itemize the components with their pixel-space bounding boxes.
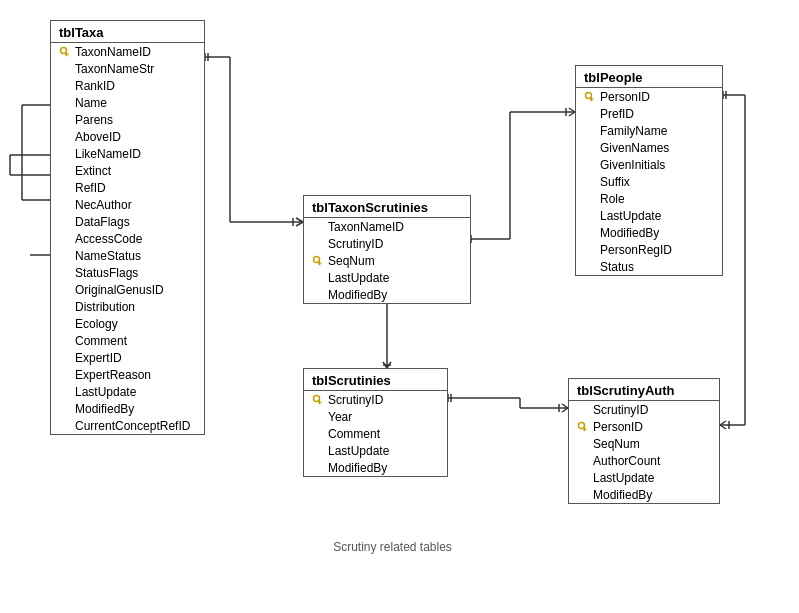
field-name: TaxonNameID [75, 45, 151, 59]
table-row: OriginalGenusID [51, 281, 204, 298]
field-name: TaxonNameID [328, 220, 404, 234]
field-name: Name [75, 96, 107, 110]
table-row: Year [304, 408, 447, 425]
field-name: PersonID [600, 90, 650, 104]
field-name: FamilyName [600, 124, 667, 138]
table-row: ModifiedBy [304, 286, 470, 303]
field-name: NameStatus [75, 249, 141, 263]
field-name: PrefID [600, 107, 634, 121]
table-row: Ecology [51, 315, 204, 332]
field-name: Year [328, 410, 352, 424]
table-row: ExpertReason [51, 366, 204, 383]
field-name: RankID [75, 79, 115, 93]
table-row: NameStatus [51, 247, 204, 264]
table-row: ScrutinyID [304, 391, 447, 408]
table-row: ExpertID [51, 349, 204, 366]
field-name: GivenInitials [600, 158, 665, 172]
table-row: TaxonNameID [51, 43, 204, 60]
table-row: StatusFlags [51, 264, 204, 281]
table-row: Role [576, 190, 722, 207]
field-name: ScrutinyID [328, 393, 383, 407]
table-row: TaxonNameStr [51, 60, 204, 77]
svg-rect-60 [319, 403, 321, 404]
table-row: Comment [304, 425, 447, 442]
table-row: ModifiedBy [51, 400, 204, 417]
table-row: Distribution [51, 298, 204, 315]
field-name: LastUpdate [593, 471, 654, 485]
table-row: RankID [51, 77, 204, 94]
field-name: ScrutinyID [328, 237, 383, 251]
field-name: PersonRegID [600, 243, 672, 257]
svg-rect-68 [584, 430, 586, 431]
field-name: PersonID [593, 420, 643, 434]
table-row: GivenNames [576, 139, 722, 156]
field-name: CurrentConceptRefID [75, 419, 190, 433]
svg-rect-52 [66, 55, 68, 56]
table-row: ScrutinyID [304, 235, 470, 252]
field-name: RefID [75, 181, 106, 195]
diagram-container: tblTaxa TaxonNameIDTaxonNameStrRankIDNam… [0, 0, 799, 613]
field-name: ModifiedBy [600, 226, 659, 240]
field-name: LastUpdate [328, 271, 389, 285]
field-name: DataFlags [75, 215, 130, 229]
table-row: ModifiedBy [304, 459, 447, 476]
field-name: ModifiedBy [593, 488, 652, 502]
table-row: LastUpdate [569, 469, 719, 486]
pk-icon [59, 46, 71, 58]
field-name: AboveID [75, 130, 121, 144]
table-row: Comment [51, 332, 204, 349]
table-row: AccessCode [51, 230, 204, 247]
pk-icon [312, 394, 324, 406]
field-name: ScrutinyID [593, 403, 648, 417]
field-name: OriginalGenusID [75, 283, 164, 297]
table-header-tblTaxonScrutinies: tblTaxonScrutinies [304, 196, 470, 218]
svg-rect-51 [66, 53, 69, 54]
field-name: Comment [328, 427, 380, 441]
table-row: LikeNameID [51, 145, 204, 162]
table-tblTaxa: tblTaxa TaxonNameIDTaxonNameStrRankIDNam… [50, 20, 205, 435]
field-name: Parens [75, 113, 113, 127]
field-name: Role [600, 192, 625, 206]
table-row: PersonID [576, 88, 722, 105]
table-row: TaxonNameID [304, 218, 470, 235]
field-name: LastUpdate [600, 209, 661, 223]
table-row: Suffix [576, 173, 722, 190]
table-row: SeqNum [304, 252, 470, 269]
field-name: LastUpdate [75, 385, 136, 399]
field-name: Extinct [75, 164, 111, 178]
table-row: CurrentConceptRefID [51, 417, 204, 434]
field-name: GivenNames [600, 141, 669, 155]
field-name: Distribution [75, 300, 135, 314]
svg-line-37 [720, 425, 726, 429]
table-row: ModifiedBy [569, 486, 719, 503]
field-name: LikeNameID [75, 147, 141, 161]
field-name: Status [600, 260, 634, 274]
svg-rect-63 [591, 98, 594, 99]
table-tblPeople: tblPeople PersonIDPrefIDFamilyNameGivenN… [575, 65, 723, 276]
field-name: LastUpdate [328, 444, 389, 458]
pk-icon [312, 255, 324, 267]
field-name: AccessCode [75, 232, 142, 246]
table-row: SeqNum [569, 435, 719, 452]
svg-line-4 [296, 222, 303, 226]
table-tblTaxonScrutinies: tblTaxonScrutiniesTaxonNameIDScrutinyID … [303, 195, 471, 304]
table-row: LastUpdate [576, 207, 722, 224]
table-row: LastUpdate [304, 269, 470, 286]
svg-rect-67 [584, 428, 587, 429]
table-tblScrutinies: tblScrutinies ScrutinyIDYearCommentLastU… [303, 368, 448, 477]
svg-rect-59 [319, 401, 322, 402]
table-row: Status [576, 258, 722, 275]
table-row: Name [51, 94, 204, 111]
table-row: Parens [51, 111, 204, 128]
pk-icon [584, 91, 596, 103]
table-row: ScrutinyID [569, 401, 719, 418]
field-name: AuthorCount [593, 454, 660, 468]
field-name: NecAuthor [75, 198, 132, 212]
svg-rect-55 [319, 262, 322, 263]
svg-line-3 [296, 218, 303, 222]
field-name: Comment [75, 334, 127, 348]
table-row: AuthorCount [569, 452, 719, 469]
table-row: LastUpdate [51, 383, 204, 400]
table-header-tblScrutinyAuth: tblScrutinyAuth [569, 379, 719, 401]
table-header-tblTaxa: tblTaxa [51, 21, 204, 43]
